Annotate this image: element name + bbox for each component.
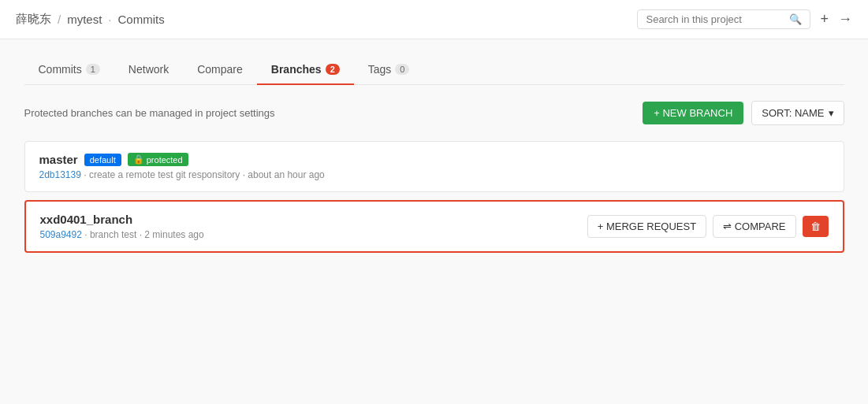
branch-row-xxd0401: xxd0401_branch 509a9492 · branch test · … xyxy=(24,200,844,253)
tab-tags-label: Tags xyxy=(368,63,392,76)
signout-icon[interactable]: → xyxy=(838,11,852,28)
lock-icon: 🔒 xyxy=(133,154,144,165)
branch-xxd0401-name: xxd0401_branch xyxy=(40,213,133,226)
commit-message-xxd0401: branch test xyxy=(90,229,136,240)
branch-xxd0401-header: xxd0401_branch 509a9492 · branch test · … xyxy=(40,213,829,240)
tab-commits[interactable]: Commits 1 xyxy=(24,55,114,85)
branch-master-meta: 2db13139 · create a remote test git resp… xyxy=(39,169,325,180)
tab-tags[interactable]: Tags 0 xyxy=(354,55,424,85)
commit-hash-master[interactable]: 2db13139 xyxy=(39,169,81,180)
separator2: · xyxy=(108,13,111,26)
tab-compare[interactable]: Compare xyxy=(183,55,257,85)
tab-network[interactable]: Network xyxy=(114,55,183,85)
tab-branches-badge: 2 xyxy=(326,64,340,75)
tab-compare-label: Compare xyxy=(197,63,243,76)
tabs: Commits 1 Network Compare Branches 2 Tag… xyxy=(24,55,844,85)
branch-master-name: master xyxy=(39,153,78,166)
add-icon[interactable]: + xyxy=(820,11,829,28)
tag-default: default xyxy=(84,154,121,166)
search-icon: 🔍 xyxy=(789,13,802,25)
sort-arrow-icon: ▾ xyxy=(829,107,834,119)
branch-xxd0401-meta: 509a9492 · branch test · 2 minutes ago xyxy=(40,229,204,240)
tab-commits-badge: 1 xyxy=(86,64,100,75)
branch-master-header: master default 🔒 protected 2db13139 · cr… xyxy=(39,153,829,180)
separator-dot-master: · xyxy=(84,169,89,180)
compare-button[interactable]: ⇌ COMPARE xyxy=(713,215,795,238)
info-actions: + NEW BRANCH SORT: NAME ▾ xyxy=(643,101,844,125)
branch-master-name-row: master default 🔒 protected xyxy=(39,153,325,166)
user-link[interactable]: 薛晓东 xyxy=(16,12,51,27)
search-box[interactable]: 🔍 xyxy=(637,9,810,29)
branch-xxd0401-name-row: xxd0401_branch xyxy=(40,213,204,226)
tab-network-label: Network xyxy=(129,63,169,76)
branch-xxd0401-actions: + MERGE REQUEST ⇌ COMPARE 🗑 xyxy=(587,215,829,238)
delete-branch-button[interactable]: 🗑 xyxy=(803,216,829,237)
merge-request-button[interactable]: + MERGE REQUEST xyxy=(587,215,706,238)
branch-row-master: master default 🔒 protected 2db13139 · cr… xyxy=(24,141,844,192)
sort-label: SORT: NAME xyxy=(762,107,824,119)
header-right: 🔍 + → xyxy=(637,9,852,29)
trash-icon: 🗑 xyxy=(810,221,821,232)
branch-xxd0401-left: xxd0401_branch 509a9492 · branch test · … xyxy=(40,213,204,240)
separator1: / xyxy=(58,13,61,26)
sort-button[interactable]: SORT: NAME ▾ xyxy=(751,101,844,125)
commit-hash-xxd0401[interactable]: 509a9492 xyxy=(40,229,82,240)
header: 薛晓东 / mytest · Commits 🔍 + → xyxy=(0,0,868,39)
search-input[interactable] xyxy=(646,13,786,25)
commit-message-master: create a remote test git responsitory xyxy=(89,169,240,180)
tag-protected: 🔒 protected xyxy=(128,153,188,166)
tab-tags-badge: 0 xyxy=(395,64,409,75)
new-branch-button[interactable]: + NEW BRANCH xyxy=(643,102,743,124)
main-content: Commits 1 Network Compare Branches 2 Tag… xyxy=(9,39,860,276)
breadcrumb: 薛晓东 / mytest · Commits xyxy=(16,12,165,27)
branch-master-left: master default 🔒 protected 2db13139 · cr… xyxy=(39,153,325,180)
info-bar: Protected branches can be managed in pro… xyxy=(24,101,844,125)
page-label: Commits xyxy=(118,13,165,26)
project-link[interactable]: mytest xyxy=(67,13,102,26)
commit-time-xxd0401: 2 minutes ago xyxy=(144,229,203,240)
separator-dot-xxd0401: · xyxy=(84,229,90,240)
commit-time-master: about an hour ago xyxy=(248,169,324,180)
info-text: Protected branches can be managed in pro… xyxy=(24,107,275,119)
tab-commits-label: Commits xyxy=(39,63,82,76)
tab-branches[interactable]: Branches 2 xyxy=(257,55,354,85)
tab-branches-label: Branches xyxy=(271,63,322,76)
